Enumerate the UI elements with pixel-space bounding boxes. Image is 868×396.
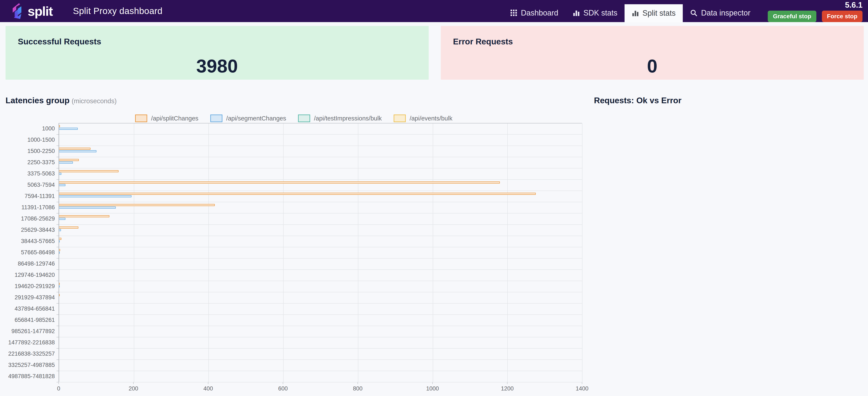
category-label: 4987885-7481828	[5, 371, 59, 382]
category-label: 291929-437894	[5, 292, 59, 303]
chart-row	[59, 236, 582, 247]
y-axis-tick	[57, 371, 59, 371]
chart-row	[59, 202, 582, 214]
nav-item-label: Dashboard	[521, 8, 558, 18]
force-stop-button[interactable]: Force stop	[822, 11, 863, 22]
y-axis-tick	[57, 213, 59, 214]
category-label: 1000-1500	[5, 134, 59, 146]
requests-section: Requests: Ok vs Error	[582, 96, 864, 393]
chart-row	[59, 146, 582, 157]
chart-row	[59, 191, 582, 202]
y-axis-tick	[57, 269, 59, 270]
bar	[59, 148, 91, 150]
bar-chart-icon	[632, 9, 639, 17]
bar	[59, 226, 79, 229]
graceful-stop-button[interactable]: Graceful stop	[768, 11, 816, 22]
category-label: 129746-194620	[5, 269, 59, 281]
bar	[59, 181, 500, 184]
latencies-title: Latencies group(microseconds)	[5, 96, 582, 105]
brand-name: split	[28, 4, 53, 19]
y-axis-tick	[57, 303, 59, 304]
y-axis-tick	[57, 281, 59, 281]
chart-row	[59, 315, 582, 326]
category-label: 2250-3375	[5, 157, 59, 168]
category-label: 25629-38443	[5, 224, 59, 236]
nav-item-label: SDK stats	[583, 8, 617, 18]
x-axis-tick	[133, 382, 134, 384]
split-logo-icon	[11, 3, 23, 19]
nav-item-data-inspector[interactable]: Data inspector	[683, 4, 757, 22]
y-axis-tick	[57, 224, 59, 225]
chart-row	[59, 169, 582, 180]
nav-items: Dashboard SDK stats Split stats Da	[503, 0, 757, 22]
y-axis-tick	[57, 190, 59, 191]
y-axis-tick	[57, 337, 59, 337]
nav-item-label: Data inspector	[701, 8, 750, 18]
latencies-subtitle: (microseconds)	[71, 97, 117, 105]
x-axis-labels: 0200400600800100012001400	[59, 383, 582, 393]
category-label: 5063-7594	[5, 179, 59, 190]
successful-requests-card: Successful Requests 3980	[5, 26, 429, 80]
latencies-chart-section: Latencies group(microseconds) /api/split…	[5, 96, 582, 393]
y-axis-tick	[57, 258, 59, 258]
y-axis-tick	[57, 168, 59, 169]
y-axis-tick	[57, 292, 59, 292]
legend-label: /api/splitChanges	[151, 115, 198, 122]
chart-row	[59, 180, 582, 191]
stat-cards: Successful Requests 3980 Error Requests …	[5, 26, 864, 80]
chart-row	[59, 123, 582, 135]
chart-row	[59, 281, 582, 292]
bar	[59, 249, 60, 251]
category-label: 11391-17086	[5, 202, 59, 213]
x-axis-tick	[358, 382, 358, 384]
y-axis-labels: 10001000-15001500-22502250-33753375-5063…	[5, 123, 59, 393]
x-axis-tick	[58, 382, 59, 384]
chart-row	[59, 258, 582, 270]
latencies-bar-chart: 10001000-15001500-22502250-33753375-5063…	[5, 123, 582, 393]
x-axis-tick	[582, 382, 582, 384]
bar	[59, 170, 119, 172]
main-content: Latencies group(microseconds) /api/split…	[5, 96, 864, 393]
category-label: 17086-25629	[5, 213, 59, 224]
category-label: 86498-129746	[5, 258, 59, 269]
bar	[59, 128, 78, 130]
x-tick-label: 1400	[576, 385, 588, 392]
bar	[59, 229, 61, 231]
x-tick-label: 800	[353, 385, 363, 392]
x-tick-label: 1000	[426, 385, 439, 392]
page-title: Split Proxy dashboard	[73, 6, 162, 16]
bar	[59, 215, 110, 217]
nav-item-split-stats[interactable]: Split stats	[625, 4, 683, 22]
error-requests-value: 0	[453, 55, 851, 77]
y-axis-tick	[57, 236, 59, 236]
legend-item[interactable]: /api/testImpressions/bulk	[298, 115, 382, 122]
nav-item-sdk-stats[interactable]: SDK stats	[565, 4, 625, 22]
bar	[59, 193, 536, 195]
y-axis-tick	[57, 314, 59, 315]
bar	[59, 207, 116, 209]
chart-legend: /api/splitChanges/api/segmentChanges/api…	[5, 115, 582, 122]
y-axis-tick	[57, 326, 59, 326]
category-label: 1477892-2216838	[5, 337, 59, 348]
legend-item[interactable]: /api/splitChanges	[135, 115, 198, 122]
legend-item[interactable]: /api/events/bulk	[394, 115, 453, 122]
nav-item-dashboard[interactable]: Dashboard	[503, 4, 565, 22]
bar	[59, 159, 79, 161]
bar	[59, 184, 65, 186]
x-axis-tick	[507, 382, 507, 384]
category-label: 2216838-3325257	[5, 348, 59, 360]
chart-row	[59, 304, 582, 315]
legend-item[interactable]: /api/segmentChanges	[210, 115, 286, 122]
y-axis-tick	[57, 247, 59, 247]
x-axis-tick	[283, 382, 283, 384]
y-axis-tick	[57, 348, 59, 348]
vertical-gridline	[582, 123, 583, 382]
error-requests-card: Error Requests 0	[441, 26, 864, 80]
bar	[59, 294, 60, 296]
y-axis-tick	[57, 157, 59, 157]
category-label: 3375-5063	[5, 168, 59, 179]
bar	[59, 218, 65, 220]
plot-area	[59, 123, 582, 382]
bar	[59, 125, 60, 127]
bar	[59, 150, 96, 152]
